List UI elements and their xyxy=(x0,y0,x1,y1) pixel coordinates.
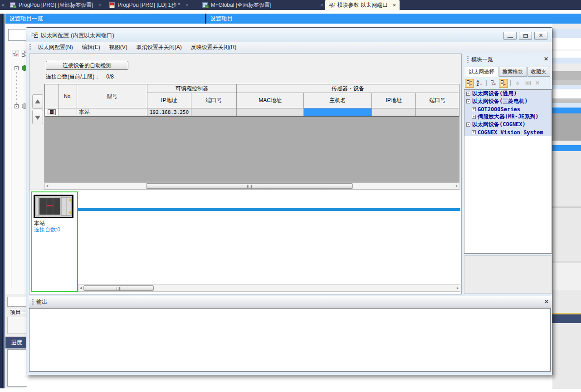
expand-icon[interactable]: + xyxy=(466,92,470,96)
output-panel-header[interactable]: 输出 ✕ xyxy=(29,296,552,308)
ladder-icon xyxy=(109,2,115,8)
panel-close-icon[interactable]: ✕ xyxy=(544,56,548,62)
progress-panel-header: 进度 xyxy=(5,337,26,348)
collapse-icon[interactable]: - xyxy=(466,99,470,103)
row-sensor-ip-cell[interactable] xyxy=(372,108,416,116)
tree-item-icon xyxy=(22,103,26,109)
tree-node-toggle-icon[interactable]: - xyxy=(15,66,19,70)
scroll-left-icon[interactable]: ◂ xyxy=(45,183,49,189)
thumb-grip xyxy=(117,287,121,290)
delete-favorite-icon[interactable]: ✕ xyxy=(533,79,542,88)
menu-edit[interactable]: 编辑(E) xyxy=(78,42,105,52)
module-list-tabs: 以太网选择 搜索模块 收藏夹 xyxy=(465,67,551,77)
scrollbar-thumb[interactable] xyxy=(83,285,154,291)
panel-grip[interactable] xyxy=(467,56,469,63)
row-mac-cell[interactable] xyxy=(237,108,304,116)
tab-close-icon[interactable]: × xyxy=(184,0,190,10)
tab-close-icon[interactable]: × xyxy=(97,0,103,10)
tab-close-icon[interactable]: × xyxy=(318,0,325,10)
menu-ethernet-config[interactable]: 以太网配置(N) xyxy=(34,42,78,52)
thumb-grip xyxy=(247,185,252,188)
row-host-cell-selected[interactable] xyxy=(304,108,372,116)
menubar-grip[interactable] xyxy=(29,44,31,50)
scroll-left-icon[interactable]: ◂ xyxy=(78,285,83,291)
collapse-all-icon[interactable] xyxy=(489,79,498,88)
expand-icon[interactable]: + xyxy=(472,115,476,119)
col-plc-port-header: 端口号 xyxy=(191,93,236,108)
expand-icon[interactable]: + xyxy=(472,130,476,134)
panel-close-icon[interactable]: ✕ xyxy=(544,299,549,305)
close-icon: ✕ xyxy=(535,33,547,39)
menu-view[interactable]: 视图(V) xyxy=(105,42,132,52)
expand-all-icon[interactable] xyxy=(499,79,508,88)
col-model-header: 型号 xyxy=(77,84,147,108)
dialog-menubar: 以太网配置(N) 编辑(E) 视图(V) 取消设置并关闭(A) 反映设置并关闭(… xyxy=(26,42,552,52)
col-no-header: No. xyxy=(59,84,77,108)
connection-count-label: 连接台数(当前/上限)： xyxy=(46,74,100,80)
move-down-button[interactable] xyxy=(32,110,43,124)
output-panel-body[interactable] xyxy=(29,308,551,372)
sensor-group-header: 传感器・设备 xyxy=(237,84,459,93)
col-host-header: 主机名 xyxy=(304,93,372,108)
module-list-header[interactable]: 模块一览 ✕ xyxy=(464,54,552,65)
tree-item-mitsubishi[interactable]: - 以太网设备(三菱电机) xyxy=(464,98,552,105)
sensor-group: 传感器・设备 MAC地址 主机名 IP地址 端口号 xyxy=(237,84,459,108)
tree-node-toggle-icon[interactable]: - xyxy=(15,104,19,108)
tab-search-module[interactable]: 搜索模块 xyxy=(499,67,527,77)
auto-detect-button[interactable]: 连接设备的自动检测 xyxy=(46,61,128,70)
menu-reflect-close[interactable]: 反映设置并关闭(R) xyxy=(186,42,241,52)
progress-panel-body xyxy=(7,349,27,387)
minimize-button[interactable] xyxy=(503,32,517,40)
maximize-button[interactable] xyxy=(519,32,532,40)
table-row-host-station[interactable]: 本站 192.168.3.250 xyxy=(45,108,459,117)
collapse-icon[interactable]: - xyxy=(466,122,470,127)
up-arrow-icon xyxy=(35,99,40,103)
tree-expand-icon[interactable] xyxy=(21,50,26,57)
favorite-star-icon[interactable]: ★ xyxy=(513,79,522,88)
tab-mglobal[interactable]: M+Global [全局标签设置] xyxy=(199,0,275,10)
host-station-device-image[interactable] xyxy=(34,195,73,218)
dialog-titlebar[interactable]: 以太网配置 (内置以太网端口) ✕ xyxy=(26,28,552,42)
move-up-button[interactable] xyxy=(32,94,43,109)
row-selector-cell[interactable] xyxy=(45,108,59,116)
panel-grip[interactable] xyxy=(32,299,34,305)
tab-scroll-left-icon[interactable]: < xyxy=(0,0,6,10)
tab-progpou-ladder[interactable]: ProgPou [PRG] [LD] 1步 * xyxy=(105,0,184,10)
tab-progpou-local-label[interactable]: ProgPou [PRG] [局部标签设置] xyxy=(6,0,97,10)
output-panel: 输出 ✕ xyxy=(29,296,552,372)
tree-item-cognex-vision[interactable]: + COGNEX Vision System xyxy=(464,128,552,136)
tab-close-icon[interactable]: × xyxy=(393,2,395,8)
tree-item-cognex[interactable]: - 以太网设备(COGNEX) xyxy=(464,121,552,128)
scrollbar-thumb[interactable] xyxy=(146,183,353,189)
tab-label: ProgPou [PRG] [局部标签设置] xyxy=(19,1,93,9)
row-plc-port-cell[interactable] xyxy=(191,108,237,116)
tree-item-servo-mrje[interactable]: + 伺服放大器(MR-JE系列) xyxy=(464,113,552,121)
setting-search-input[interactable] xyxy=(8,29,26,41)
row-no-cell[interactable] xyxy=(59,108,77,116)
tab-favorites[interactable]: 收藏夹 xyxy=(527,67,551,77)
tree-collapse-icon[interactable] xyxy=(12,50,19,57)
row-model-cell[interactable]: 本站 xyxy=(77,108,147,116)
tab-label: 模块参数 以太网端口 xyxy=(337,1,388,9)
setting-tree-panel: - - xyxy=(5,24,26,294)
scroll-right-icon[interactable]: ▸ xyxy=(455,285,460,291)
tab-module-param-ethernet[interactable]: 模块参数 以太网端口 × xyxy=(325,0,400,10)
diagram-horizontal-scrollbar[interactable]: ◂ ▸ xyxy=(78,284,460,292)
row-sensor-port-cell[interactable] xyxy=(416,108,459,116)
host-station-selection[interactable]: 本站 连接台数:0 xyxy=(31,191,78,292)
tree-item-generic[interactable]: + 以太网设备(通用) xyxy=(464,90,552,98)
project-panel-box xyxy=(7,317,26,334)
menu-cancel-close[interactable]: 取消设置并关闭(A) xyxy=(132,42,186,52)
expand-icon[interactable]: + xyxy=(472,107,476,111)
table-horizontal-scrollbar[interactable]: ◂ ▸ xyxy=(44,182,459,190)
scroll-right-icon[interactable]: ▸ xyxy=(454,183,459,189)
tree-item-got2000[interactable]: + GOT2000Series xyxy=(464,105,552,113)
sort-az-icon[interactable]: AZ ↓ xyxy=(475,79,484,88)
row-plc-ip-cell[interactable]: 192.168.3.250 xyxy=(147,108,191,116)
tab-ethernet-selection[interactable]: 以太网选择 xyxy=(465,67,498,77)
close-button[interactable]: ✕ xyxy=(534,32,547,40)
add-favorite-icon[interactable]: + xyxy=(523,79,532,88)
ethernet-connection-line xyxy=(78,208,460,211)
display-tree-icon[interactable] xyxy=(465,79,474,88)
device-table: No. 型号 可编程控制器 IP地址 端口号 传感器・设备 MAC地址 主机 xyxy=(44,84,459,117)
